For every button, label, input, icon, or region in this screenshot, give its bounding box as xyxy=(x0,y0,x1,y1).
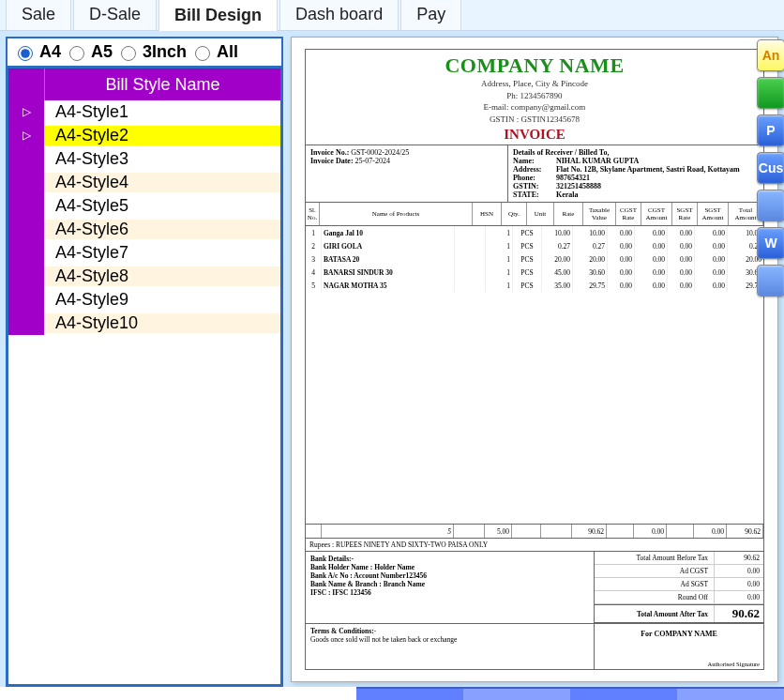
item-sa: 0.00 xyxy=(695,266,728,279)
style-row[interactable]: A4-Style7 xyxy=(8,241,280,265)
inv-date-label: Invoice Date: xyxy=(310,157,354,165)
company-gstin: GSTIN : GSTIN12345678 xyxy=(306,114,763,126)
bottom-strip xyxy=(0,687,784,700)
grid-header-indicator xyxy=(8,68,45,100)
col-tv: Taxable Value xyxy=(583,203,616,225)
tab-strip: SaleD-SaleBill DesignDash boardPay xyxy=(0,0,784,31)
item-sr: 0.00 xyxy=(668,226,695,239)
style-row[interactable]: A4-Style10 xyxy=(8,312,280,335)
recv-state-label: STATE: xyxy=(513,190,556,199)
bank-branch: Bank Name & Branch : Branch Name xyxy=(310,580,425,588)
bank-ifsc: IFSC : IFSC 123456 xyxy=(310,588,371,597)
item-unit: PCS xyxy=(513,239,542,252)
side-button-P[interactable]: P xyxy=(757,114,784,146)
item-name: Ganga Jal 10 xyxy=(322,226,455,239)
tot-tv: 90.62 xyxy=(572,525,607,538)
style-row[interactable]: A4-Style8 xyxy=(8,265,280,288)
item-cr: 0.00 xyxy=(608,239,635,252)
item-unit: PCS xyxy=(513,226,542,239)
side-button-b2[interactable] xyxy=(757,77,784,109)
radio-a4[interactable]: A4 xyxy=(13,42,61,62)
invoice-preview: COMPANY NAME Address, Place, City & Pinc… xyxy=(291,37,778,682)
item-ca: 0.00 xyxy=(635,252,668,266)
row-indicator xyxy=(8,100,44,125)
bank-details: Bank Details:- Bank Holder Name : Holder… xyxy=(306,552,595,623)
item-unit: PCS xyxy=(513,266,542,279)
item-sa: 0.00 xyxy=(695,279,728,292)
tab-sale[interactable]: Sale xyxy=(6,0,71,30)
style-name-cell: A4-Style3 xyxy=(44,149,280,170)
tab-dash-board[interactable]: Dash board xyxy=(279,0,399,30)
side-button-An[interactable]: An xyxy=(757,39,784,71)
radio-3inch[interactable]: 3Inch xyxy=(116,42,187,62)
radio-input-3inch[interactable] xyxy=(121,46,136,61)
item-rate: 10.00 xyxy=(542,226,573,239)
invoice-title: INVOICE xyxy=(306,127,763,143)
recv-state: Kerala xyxy=(556,190,579,199)
items-header: Sl. No. Name of Products HSN Qty. Unit R… xyxy=(306,203,763,226)
signature-label: Authorised Signature xyxy=(708,661,760,667)
side-button-b7[interactable] xyxy=(757,265,784,297)
words-label: Rupees : xyxy=(309,540,334,549)
col-ca: CGST Amount xyxy=(641,203,672,225)
bank-acct: Bank A/c No : Account Number123456 xyxy=(310,571,427,580)
inv-date-value: 25-07-2024 xyxy=(355,157,390,165)
grid-body[interactable]: A4-Style1A4-Style2A4-Style3A4-Style4A4-S… xyxy=(8,100,280,684)
recv-name: NIHAL KUMAR GUPTA xyxy=(556,157,639,165)
summary-wrap: Bank Details:- Bank Holder Name : Holder… xyxy=(306,551,763,623)
radio-input-a4[interactable] xyxy=(18,46,33,61)
tab-pay[interactable]: Pay xyxy=(400,0,461,30)
inv-no-value: GST-0002-2024/25 xyxy=(351,148,409,157)
side-button-Cus[interactable]: Cus xyxy=(757,152,784,184)
terms-block: Terms & Conditions:- Goods once sold wil… xyxy=(306,624,595,669)
tab-bill-design[interactable]: Bill Design xyxy=(158,0,278,31)
items-table: Sl. No. Name of Products HSN Qty. Unit R… xyxy=(306,203,763,524)
item-hsn xyxy=(455,279,486,292)
item-tv: 30.60 xyxy=(573,266,608,279)
item-sr: 0.00 xyxy=(668,239,695,252)
radio-all[interactable]: All xyxy=(190,42,238,62)
tot-amt: 90.62 xyxy=(727,525,763,538)
style-row[interactable]: A4-Style4 xyxy=(8,171,280,194)
radio-label: All xyxy=(217,42,238,62)
radio-label: A5 xyxy=(91,42,113,62)
style-name-cell: A4-Style2 xyxy=(44,126,280,146)
item-name: GIRI GOLA xyxy=(322,239,455,252)
radio-a5[interactable]: A5 xyxy=(65,42,113,62)
side-button-W[interactable]: W xyxy=(757,227,784,259)
item-sa: 0.00 xyxy=(695,226,728,239)
style-row[interactable]: A4-Style2 xyxy=(8,124,280,147)
style-name-cell: A4-Style4 xyxy=(44,173,280,193)
radio-input-all[interactable] xyxy=(195,46,210,61)
row-indicator xyxy=(8,124,44,148)
terms-title: Terms & Conditions:- xyxy=(310,627,376,635)
style-row[interactable]: A4-Style9 xyxy=(8,288,280,312)
style-row[interactable]: A4-Style5 xyxy=(8,194,280,218)
item-sl: 3 xyxy=(306,252,322,266)
radio-input-a5[interactable] xyxy=(69,46,84,61)
item-ca: 0.00 xyxy=(635,266,668,279)
item-row: 4BANARSI SINDUR 301PCS45.0030.600.000.00… xyxy=(306,266,763,279)
style-name-cell: A4-Style10 xyxy=(44,313,280,334)
style-name-cell: A4-Style9 xyxy=(44,290,280,311)
style-row[interactable]: A4-Style1 xyxy=(8,100,280,124)
after-tax-value: 90.62 xyxy=(714,605,763,622)
item-ca: 0.00 xyxy=(635,226,668,239)
item-sl: 5 xyxy=(306,279,322,292)
grid-header-title: Bill Style Name xyxy=(45,68,280,100)
col-sl: Sl. No. xyxy=(306,203,320,225)
item-row: 2GIRI GOLA1PCS0.270.270.000.000.000.000.… xyxy=(306,239,763,252)
style-row[interactable]: A4-Style3 xyxy=(8,147,280,171)
recv-gstin-label: GSTIN: xyxy=(513,182,556,190)
col-rate: Rate xyxy=(554,203,583,225)
item-row: 5NAGAR MOTHA 351PCS35.0029.750.000.000.0… xyxy=(306,279,763,292)
style-name-cell: A4-Style1 xyxy=(44,102,280,123)
item-ca: 0.00 xyxy=(635,279,668,292)
style-row[interactable]: A4-Style6 xyxy=(8,218,280,241)
receiver-title: Details of Receiver / Billed To, xyxy=(513,148,610,157)
cgst-label: Ad CGST xyxy=(595,565,714,577)
side-button-b5[interactable] xyxy=(757,190,784,221)
tab-d-sale[interactable]: D-Sale xyxy=(73,0,157,30)
item-hsn xyxy=(455,266,486,279)
words-value: RUPEES NINETY AND SIXTY-TWO PAISA ONLY xyxy=(336,540,488,549)
